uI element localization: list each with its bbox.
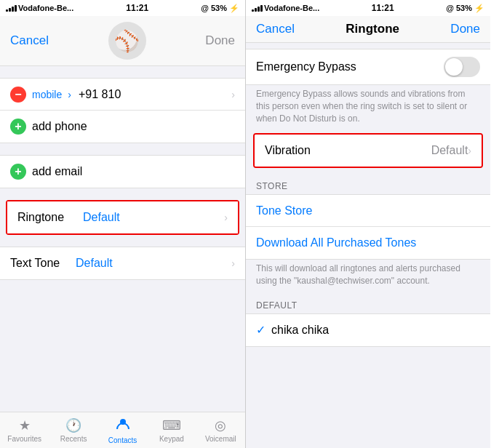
phone-group: − mobile › +91 810 › + add phone <box>0 78 245 143</box>
battery-area: @ 53% ⚡ <box>201 4 239 13</box>
right-phone: Vodafone-Be... 11:21 @ 53% ⚡ Cancel Ring… <box>245 0 490 448</box>
email-table: + add email <box>0 155 245 188</box>
carrier-name: Vodafone-Be... <box>18 4 73 12</box>
contacts-icon <box>116 417 130 435</box>
time-display: 11:21 <box>126 3 148 13</box>
texttone-chevron-icon: › <box>231 257 235 269</box>
vibration-chevron-icon: › <box>468 145 471 156</box>
battery-percent: 53% <box>211 4 227 12</box>
add-email-icon: + <box>10 164 26 180</box>
right-cancel-button[interactable]: Cancel <box>256 22 295 36</box>
default-header: DEFAULT <box>246 296 490 313</box>
left-phone: Vodafone-Be... 11:21 @ 53% ⚡ Cancel ⚾ Do… <box>0 0 245 448</box>
emergency-bypass-group: Emergency Bypass Emergency Bypass allows… <box>246 49 490 130</box>
tab-keypad-label: Keypad <box>159 435 184 443</box>
add-email-row[interactable]: + add email <box>0 156 245 188</box>
tab-contacts[interactable]: Contacts <box>98 417 147 444</box>
emergency-bypass-label: Emergency Bypass <box>256 60 356 73</box>
ringtone-value: Default <box>83 211 224 224</box>
remove-phone-icon[interactable]: − <box>10 87 26 103</box>
add-phone-label: add phone <box>26 120 235 133</box>
phone-type[interactable]: mobile <box>32 89 62 100</box>
done-button[interactable]: Done <box>205 33 235 48</box>
vibration-row[interactable]: Vibration Default › <box>255 135 482 167</box>
store-header: STORE <box>246 177 490 194</box>
battery-icon-right: ⚡ <box>474 4 484 13</box>
emergency-table: Emergency Bypass <box>246 49 490 85</box>
tab-keypad[interactable]: ⌨ Keypad <box>147 417 196 443</box>
texttone-table: Text Tone Default › <box>0 247 245 280</box>
phone-chevron-icon: › <box>231 89 235 100</box>
vibration-highlight-box: Vibration Default › <box>253 133 483 168</box>
tab-contacts-label: Contacts <box>108 436 137 444</box>
bypass-toggle[interactable] <box>444 57 480 77</box>
selected-tone-row[interactable]: ✓ chika chika <box>246 314 490 346</box>
selected-tone-label: chika chika <box>271 324 329 337</box>
left-content: − mobile › +91 810 › + add phone + add <box>0 66 245 412</box>
toggle-switch[interactable] <box>444 57 480 77</box>
tab-favourites-label: Favourites <box>7 435 41 443</box>
texttone-row[interactable]: Text Tone Default › <box>0 247 245 279</box>
tab-bar: ★ Favourites 🕐 Recents Contacts ⌨ Keypad… <box>0 412 245 448</box>
ringtone-row[interactable]: Ringtone Default › <box>7 201 238 233</box>
ringtone-label: Ringtone <box>17 211 83 224</box>
contact-avatar: ⚾ <box>108 22 146 60</box>
signal-icon-right <box>252 4 263 12</box>
texttone-label: Text Tone <box>10 257 76 270</box>
right-done-button[interactable]: Done <box>450 22 480 36</box>
vibration-label: Vibration <box>265 144 311 157</box>
add-phone-row[interactable]: + add phone <box>0 111 245 143</box>
carrier-signal: Vodafone-Be... <box>6 4 73 12</box>
voicemail-icon: ◎ <box>215 417 226 433</box>
battery-percent-right: 53% <box>456 4 472 12</box>
tab-recents[interactable]: 🕐 Recents <box>49 417 97 443</box>
keypad-icon: ⌨ <box>162 417 181 433</box>
tab-voicemail-label: Voicemail <box>205 435 236 443</box>
emergency-bypass-description: Emergency Bypass allows sounds and vibra… <box>246 85 490 130</box>
ringtone-group: Ringtone Default › <box>0 200 245 235</box>
right-nav-title: Ringtone <box>346 22 399 36</box>
ringtone-chevron-icon: › <box>224 212 228 223</box>
carrier-signal-right: Vodafone-Be... <box>252 4 319 12</box>
carrier-name-right: Vodafone-Be... <box>264 4 319 12</box>
email-group: + add email <box>0 155 245 188</box>
status-bar-left: Vodafone-Be... 11:21 @ 53% ⚡ <box>0 0 245 16</box>
tone-store-label[interactable]: Tone Store <box>256 204 312 217</box>
download-all-row[interactable]: Download All Purchased Tones <box>246 227 490 259</box>
vibration-group: Vibration Default › <box>246 133 490 168</box>
tab-favourites[interactable]: ★ Favourites <box>0 417 49 443</box>
battery-icon: ⚡ <box>229 4 239 13</box>
add-email-label: add email <box>26 165 235 178</box>
location-icon-right: @ <box>446 4 454 12</box>
download-note: This will download all ringtones and ale… <box>246 260 490 293</box>
tone-store-row[interactable]: Tone Store <box>246 195 490 227</box>
signal-icon <box>6 4 17 12</box>
cancel-button[interactable]: Cancel <box>10 33 49 48</box>
chevron-type-icon: › <box>68 89 71 100</box>
battery-area-right: @ 53% ⚡ <box>446 4 484 13</box>
clock-icon: 🕐 <box>65 417 81 433</box>
star-icon: ★ <box>19 417 31 433</box>
store-group: STORE Tone Store Download All Purchased … <box>246 177 490 293</box>
vibration-table: Vibration Default › <box>255 135 482 167</box>
emergency-bypass-row: Emergency Bypass <box>246 49 490 84</box>
left-nav-bar: Cancel ⚾ Done <box>0 16 245 66</box>
mobile-row[interactable]: − mobile › +91 810 › <box>0 79 245 111</box>
tab-voicemail[interactable]: ◎ Voicemail <box>196 417 245 443</box>
right-content: Emergency Bypass Emergency Bypass allows… <box>246 43 490 448</box>
texttone-group: Text Tone Default › <box>0 247 245 280</box>
ringtone-table: Ringtone Default › <box>7 201 238 233</box>
default-group: DEFAULT ✓ chika chika <box>246 296 490 347</box>
right-nav-bar: Cancel Ringtone Done <box>246 16 490 43</box>
checkmark-icon: ✓ <box>256 323 266 337</box>
location-icon: @ <box>201 4 209 12</box>
add-phone-icon: + <box>10 119 26 135</box>
tab-recents-label: Recents <box>60 435 87 443</box>
download-all-label[interactable]: Download All Purchased Tones <box>256 236 416 249</box>
phone-table: − mobile › +91 810 › + add phone <box>0 78 245 143</box>
ringtone-highlight-box: Ringtone Default › <box>6 200 239 235</box>
time-display-right: 11:21 <box>372 3 394 13</box>
store-table: Tone Store Download All Purchased Tones <box>246 194 490 260</box>
phone-value: +91 810 <box>76 88 231 101</box>
texttone-value: Default <box>76 257 231 270</box>
